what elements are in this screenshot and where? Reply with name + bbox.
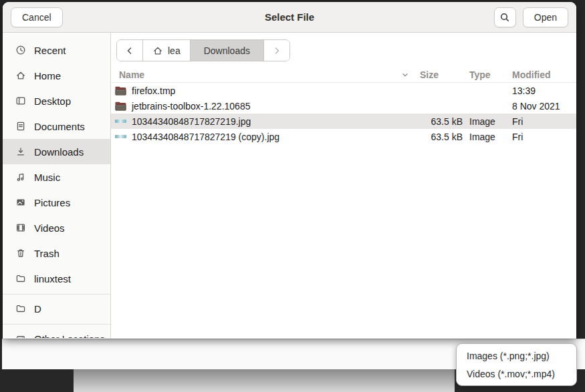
column-header-modified[interactable]: Modified	[512, 69, 570, 80]
file-modified: 8 Nov 2021	[512, 101, 570, 112]
chevron-left-icon	[124, 45, 135, 56]
search-icon	[499, 12, 510, 23]
column-headers: Name Size Type Modified	[111, 67, 576, 83]
folder-thumbnail	[115, 102, 126, 111]
sidebar-item-label: D	[34, 303, 41, 315]
file-type: Image	[469, 132, 505, 142]
folder-thumbnail	[115, 86, 126, 95]
background-window-edge	[74, 369, 455, 392]
column-header-size[interactable]: Size	[420, 69, 463, 80]
image-thumbnail	[115, 117, 126, 126]
file-chooser-dialog: Cancel Select File Open RecentHomeDeskto…	[3, 2, 576, 339]
file-type-filter-popover: Images (*.png;*.jpg)Videos (*.mov;*.mp4)	[456, 343, 577, 386]
headerbar: Cancel Select File Open	[3, 2, 576, 33]
file-modified: Fri	[512, 116, 570, 127]
film-icon	[15, 222, 26, 233]
column-header-name[interactable]: Name	[115, 69, 413, 80]
sidebar-item-label: Videos	[34, 222, 65, 234]
file-size: 63.5 kB	[420, 116, 463, 127]
chevron-right-icon	[271, 45, 282, 56]
dialog-body: RecentHomeDesktopDocumentsDownloadsMusic…	[3, 33, 576, 338]
filter-option[interactable]: Images (*.png;*.jpg)	[457, 347, 576, 365]
file-name: jetbrains-toolbox-1.22.10685	[132, 101, 250, 112]
sidebar-separator	[3, 324, 110, 325]
open-button[interactable]: Open	[523, 7, 568, 27]
breadcrumb-home-label: lea	[168, 45, 181, 56]
sidebar-item-documents[interactable]: Documents	[3, 114, 110, 139]
file-pane: lea Downloads Name Size Type	[111, 33, 576, 338]
image-thumbnail	[115, 132, 126, 142]
file-modified: 13:39	[512, 85, 570, 96]
filter-option[interactable]: Videos (*.mov;*.mp4)	[457, 365, 576, 383]
other-locations-icon	[15, 333, 26, 338]
file-row[interactable]: 10344340848717827219 (copy).jpg63.5 kBIm…	[111, 129, 576, 144]
document-icon	[15, 121, 26, 132]
sidebar-item-label: Music	[34, 172, 60, 183]
sidebar-item-label: Pictures	[34, 197, 70, 208]
sidebar-item-other-locations[interactable]: Other Locations	[3, 326, 110, 338]
desktop-icon	[15, 95, 26, 106]
home-icon	[152, 45, 163, 56]
file-row[interactable]: jetbrains-toolbox-1.22.106858 Nov 2021	[111, 98, 576, 114]
sidebar-separator	[3, 294, 110, 295]
sidebar-item-trash[interactable]: Trash	[3, 240, 110, 266]
column-header-type[interactable]: Type	[469, 69, 505, 80]
breadcrumb-home[interactable]: lea	[143, 40, 191, 61]
file-name: 10344340848717827219.jpg	[132, 116, 251, 127]
column-header-name-label: Name	[115, 69, 144, 80]
sidebar-item-home[interactable]: Home	[3, 63, 110, 88]
music-note-icon	[15, 172, 26, 182]
file-size: 63.5 kB	[420, 132, 463, 142]
trash-icon	[15, 248, 26, 258]
path-bar: lea Downloads	[116, 39, 290, 61]
sidebar-item-label: Documents	[34, 121, 85, 132]
dialog-title: Select File	[3, 11, 576, 23]
forward-button[interactable]	[264, 40, 289, 61]
sidebar-item-desktop[interactable]: Desktop	[3, 88, 110, 114]
sidebar-item-music[interactable]: Music	[3, 164, 110, 190]
file-modified: Fri	[512, 132, 570, 142]
download-icon	[15, 146, 26, 157]
picture-icon	[15, 197, 26, 208]
chevron-down-icon	[400, 69, 411, 80]
cancel-button[interactable]: Cancel	[11, 7, 63, 27]
file-name: 10344340848717827219 (copy).jpg	[132, 132, 279, 142]
file-list: firefox.tmp13:39jetbrains-toolbox-1.22.1…	[111, 83, 576, 144]
file-type: Image	[469, 116, 505, 127]
screen: Cancel Select File Open RecentHomeDeskto…	[0, 0, 585, 392]
sidebar-item-pictures[interactable]: Pictures	[3, 190, 110, 215]
sidebar-item-d[interactable]: D	[3, 296, 110, 321]
back-button[interactable]	[117, 40, 143, 61]
file-name: firefox.tmp	[132, 85, 175, 96]
header-actions: Open	[494, 7, 568, 27]
sidebar-item-label: linuxtest	[34, 273, 71, 284]
search-button[interactable]	[494, 7, 516, 27]
sidebar-item-label: Downloads	[34, 146, 84, 158]
sidebar-item-videos[interactable]: Videos	[3, 215, 110, 240]
home-icon	[15, 70, 26, 81]
folder-icon	[15, 303, 26, 314]
sidebar-item-label: Desktop	[34, 95, 71, 107]
sidebar-item-label: Other Locations	[34, 333, 105, 339]
sidebar-item-recent[interactable]: Recent	[3, 37, 110, 63]
sidebar-item-label: Home	[34, 70, 61, 81]
sidebar-item-label: Recent	[34, 45, 66, 56]
folder-icon	[15, 273, 26, 284]
file-row[interactable]: firefox.tmp13:39	[111, 83, 576, 98]
pathbar-row: lea Downloads	[111, 33, 576, 67]
clock-icon	[15, 45, 26, 55]
sidebar: RecentHomeDesktopDocumentsDownloadsMusic…	[3, 33, 111, 338]
sidebar-item-label: Trash	[34, 248, 60, 259]
file-row[interactable]: 10344340848717827219.jpg63.5 kBImageFri	[111, 114, 576, 129]
sidebar-item-linuxtest[interactable]: linuxtest	[3, 266, 110, 291]
breadcrumb-current[interactable]: Downloads	[191, 40, 264, 61]
sidebar-item-downloads[interactable]: Downloads	[3, 139, 110, 164]
